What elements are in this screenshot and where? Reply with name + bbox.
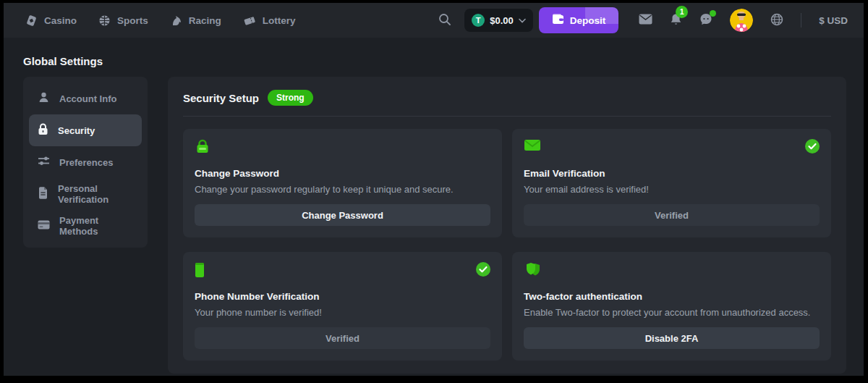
email-verified-button[interactable]: Verified: [524, 204, 820, 226]
sidebar-item-preferences[interactable]: Preferences: [29, 146, 142, 178]
lock-icon: [38, 123, 48, 138]
sidebar-item-personal-verification[interactable]: Personal Verification: [29, 178, 142, 210]
online-dot: [710, 10, 716, 17]
phone-verified-button[interactable]: Verified: [195, 327, 490, 349]
mail-icon: [639, 14, 652, 27]
nav-divider: [801, 13, 801, 28]
search-button[interactable]: [438, 13, 451, 28]
verified-check-icon: [805, 139, 820, 156]
verified-check-icon: [476, 262, 490, 279]
sidebar-item-account-info[interactable]: Account Info: [29, 83, 142, 114]
user-icon: [38, 91, 50, 106]
card-title: Two-factor authentication: [524, 291, 820, 302]
sidebar-item-payment-methods[interactable]: Payment Methods: [29, 210, 142, 242]
content-area: Global Settings Account Info Security: [4, 38, 864, 374]
avatar[interactable]: [730, 9, 753, 32]
language-button[interactable]: [770, 13, 783, 28]
nav-item-label: Casino: [44, 15, 77, 26]
card-description: Change your password regularly to keep i…: [195, 184, 490, 195]
nav-item-casino[interactable]: Casino: [25, 14, 77, 27]
panel-title: Security Setup: [183, 92, 259, 104]
primary-nav: Casino Sports Racing Lottery: [25, 14, 296, 27]
panel-divider: [183, 116, 831, 117]
screenshot-frame: Casino Sports Racing Lottery: [0, 0, 868, 383]
sliders-icon: [38, 156, 50, 169]
strength-badge: Strong: [268, 90, 313, 106]
nav-item-label: Lottery: [263, 15, 296, 26]
disable-2fa-button[interactable]: Disable 2FA: [524, 327, 820, 349]
nav-item-label: Racing: [189, 15, 221, 26]
card-description: Your phone number is verified!: [195, 307, 490, 318]
currency-selector[interactable]: $ USD: [819, 15, 848, 26]
sidebar-item-label: Payment Methods: [59, 215, 133, 237]
search-icon: [438, 13, 451, 28]
wallet-icon: [552, 14, 564, 27]
deposit-label: Deposit: [570, 15, 606, 26]
globe-icon: [770, 13, 783, 28]
sidebar-item-label: Security: [58, 125, 95, 136]
racing-icon: [170, 14, 182, 27]
settings-sidebar: Account Info Security Preferences: [23, 77, 148, 248]
notifications-button[interactable]: 1: [670, 13, 682, 28]
lottery-icon: [243, 14, 256, 27]
card-icon: [38, 220, 50, 232]
card-title: Change Password: [195, 168, 490, 179]
card-phone-verification: Phone Number Verification Your phone num…: [183, 252, 502, 361]
card-email-verification: Email Verification Your email address is…: [512, 129, 831, 237]
security-cards-grid: Change Password Change your password reg…: [183, 129, 831, 361]
chat-button[interactable]: [699, 13, 712, 28]
sidebar-item-label: Personal Verification: [58, 183, 133, 205]
document-icon: [38, 187, 48, 201]
card-title: Email Verification: [524, 168, 820, 179]
deposit-button[interactable]: Deposit: [539, 7, 619, 33]
balance-amount: $0.00: [490, 15, 514, 26]
phone-icon: [195, 262, 205, 281]
notification-count-badge: 1: [676, 6, 688, 18]
messages-button[interactable]: [639, 14, 652, 27]
card-description: Your email address is verified!: [524, 184, 820, 195]
sports-icon: [98, 14, 111, 27]
change-password-button[interactable]: Change Password: [195, 204, 490, 226]
envelope-icon: [524, 139, 541, 154]
card-description: Enable Two-factor to protect your accoun…: [524, 307, 820, 318]
balance-selector[interactable]: T $0.00: [464, 9, 533, 32]
sidebar-item-security[interactable]: Security: [29, 114, 142, 146]
page-title: Global Settings: [23, 55, 846, 67]
sidebar-item-label: Account Info: [59, 93, 116, 104]
card-two-factor: Two-factor authentication Enable Two-fac…: [512, 252, 831, 361]
app-window: Casino Sports Racing Lottery: [4, 3, 864, 376]
tether-coin-icon: T: [472, 14, 485, 27]
shields-icon: [524, 262, 542, 281]
card-title: Phone Number Verification: [195, 291, 490, 302]
top-navbar: Casino Sports Racing Lottery: [4, 3, 864, 38]
currency-label: $ USD: [819, 15, 848, 26]
nav-right-icons: 1 $ USD: [639, 9, 848, 32]
panel-header: Security Setup Strong: [183, 90, 831, 106]
nav-item-label: Sports: [117, 15, 148, 26]
sidebar-item-label: Preferences: [59, 157, 113, 168]
card-change-password: Change Password Change your password reg…: [183, 129, 502, 237]
nav-item-lottery[interactable]: Lottery: [243, 14, 296, 27]
nav-item-racing[interactable]: Racing: [170, 14, 221, 27]
security-panel: Security Setup Strong Change Password Ch…: [168, 77, 846, 374]
casino-icon: [25, 14, 38, 27]
chevron-down-icon: [519, 17, 526, 25]
padlock-icon: [195, 139, 210, 157]
nav-item-sports[interactable]: Sports: [98, 14, 148, 27]
